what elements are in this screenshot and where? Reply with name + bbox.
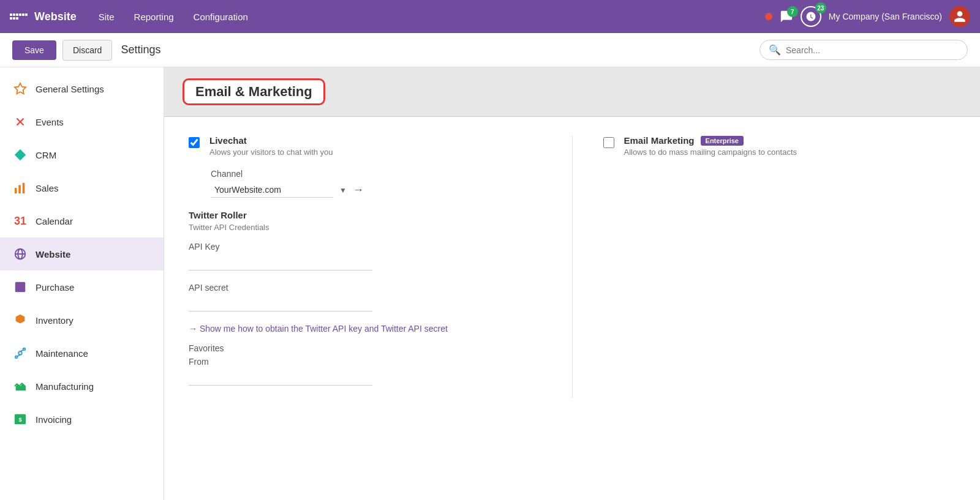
svg-rect-5: [18, 185, 21, 193]
section-title: Email & Marketing: [183, 78, 325, 105]
livechat-title: Livechat: [209, 135, 541, 146]
sidebar-item-calendar[interactable]: 31 Calendar: [0, 204, 164, 237]
livechat-checkbox[interactable]: [189, 137, 200, 148]
calendar-icon: 31: [12, 213, 28, 229]
sidebar-item-crm[interactable]: CRM: [0, 138, 164, 171]
channel-group: Channel YourWebsite.com ▼ →: [211, 169, 541, 198]
svg-rect-6: [23, 183, 25, 193]
company-name[interactable]: My Company (San Francisco): [829, 12, 942, 21]
right-settings-col: Email Marketing Enterprise Allows to do …: [603, 135, 956, 398]
sidebar-label-sales: Sales: [36, 183, 59, 193]
left-settings-col: Livechat Alows your visitors to chat wit…: [189, 135, 541, 398]
sidebar-label-inventory: Inventory: [36, 315, 74, 326]
favorites-group: Favorites From: [189, 343, 541, 386]
api-secret-input[interactable]: [189, 296, 372, 312]
channel-select[interactable]: YourWebsite.com: [211, 182, 333, 198]
content-area: Email & Marketing Livechat Alows your vi…: [164, 67, 980, 500]
general-settings-icon: [12, 81, 28, 97]
api-key-input[interactable]: [189, 255, 372, 271]
sidebar-item-maintenance[interactable]: Maintenance: [0, 337, 164, 370]
crm-icon: [12, 147, 28, 163]
manufacturing-icon: [12, 378, 28, 394]
sidebar-item-purchase[interactable]: Purchase: [0, 271, 164, 304]
sidebar-label-purchase: Purchase: [36, 282, 74, 293]
toolbar: Save Discard Settings 🔍: [0, 33, 980, 67]
sidebar-item-manufacturing[interactable]: Manufacturing: [0, 370, 164, 403]
settings-body: Livechat Alows your visitors to chat wit…: [164, 117, 980, 416]
sidebar-label-calendar: Calendar: [36, 216, 73, 226]
top-menu: Site Reporting Configuration: [91, 8, 765, 26]
svg-marker-0: [15, 83, 26, 94]
sidebar-label-invoicing: Invoicing: [36, 414, 72, 425]
from-label: From: [189, 357, 541, 367]
search-input[interactable]: [786, 45, 959, 55]
sidebar-item-events[interactable]: Events: [0, 105, 164, 138]
dropdown-arrow-icon: ▼: [339, 186, 347, 195]
channel-label: Channel: [211, 169, 541, 179]
menu-site[interactable]: Site: [91, 8, 122, 26]
api-secret-label: API secret: [189, 283, 541, 293]
sidebar-item-sales[interactable]: Sales: [0, 171, 164, 204]
apps-grid-icon[interactable]: [10, 13, 27, 20]
sidebar-item-general-settings[interactable]: General Settings: [0, 72, 164, 105]
livechat-desc: Alows your visitors to chat with you: [209, 147, 541, 157]
column-divider: [572, 135, 573, 398]
menu-reporting[interactable]: Reporting: [127, 8, 181, 26]
twitter-api-link[interactable]: → Show me how to obtain the Twitter API …: [189, 324, 541, 334]
sidebar-item-invoicing[interactable]: $ Invoicing: [0, 403, 164, 436]
status-dot: [765, 13, 772, 20]
sidebar-label-events: Events: [36, 117, 64, 127]
channel-arrow-button[interactable]: →: [353, 184, 364, 196]
livechat-info: Livechat Alows your visitors to chat wit…: [209, 135, 541, 157]
twitter-title: Twitter Roller: [189, 210, 541, 220]
section-header: Email & Marketing: [164, 67, 980, 117]
search-bar: 🔍: [760, 40, 968, 60]
page-title: Settings: [121, 43, 160, 56]
main-layout: General Settings Events CRM Sales 31: [0, 67, 980, 500]
sidebar-item-website[interactable]: Website: [0, 237, 164, 271]
api-key-label: API Key: [189, 242, 541, 252]
email-marketing-title: Email Marketing: [624, 135, 695, 146]
chat-notifications[interactable]: 7: [780, 10, 793, 23]
website-icon: [12, 246, 28, 262]
clock-notifications[interactable]: 23: [801, 6, 821, 27]
top-settings-row: Livechat Alows your visitors to chat wit…: [189, 135, 956, 398]
invoicing-icon: $: [12, 411, 28, 427]
sidebar-label-manufacturing: Manufacturing: [36, 381, 94, 392]
svg-line-15: [17, 355, 20, 356]
sidebar: General Settings Events CRM Sales 31: [0, 67, 164, 500]
enterprise-badge: Enterprise: [701, 136, 744, 146]
email-marketing-header-row: Email Marketing Enterprise: [624, 135, 956, 146]
api-key-group: API Key: [189, 242, 541, 271]
purchase-icon: [12, 279, 28, 295]
sidebar-label-maintenance: Maintenance: [36, 348, 88, 359]
menu-configuration[interactable]: Configuration: [186, 8, 255, 26]
svg-rect-4: [15, 188, 17, 193]
twitter-desc: Twitter API Credentials: [189, 223, 541, 232]
svg-line-14: [20, 350, 23, 351]
favorites-label: Favorites: [189, 343, 541, 353]
top-right-actions: 7 23 My Company (San Francisco): [765, 6, 970, 27]
discard-button[interactable]: Discard: [62, 40, 112, 61]
brand-name[interactable]: Website: [34, 10, 77, 23]
maintenance-icon: [12, 345, 28, 361]
livechat-setting: Livechat Alows your visitors to chat wit…: [189, 135, 541, 157]
email-marketing-desc: Allows to do mass mailing campaigns to c…: [624, 147, 956, 157]
top-navigation: Website Site Reporting Configuration 7 2…: [0, 0, 980, 33]
email-marketing-setting: Email Marketing Enterprise Allows to do …: [603, 135, 956, 157]
user-avatar[interactable]: [949, 6, 970, 27]
channel-row: YourWebsite.com ▼ →: [211, 182, 541, 198]
svg-marker-3: [15, 149, 26, 160]
email-marketing-checkbox[interactable]: [603, 137, 614, 148]
svg-point-13: [15, 356, 18, 359]
inventory-icon: [12, 312, 28, 328]
svg-rect-10: [15, 282, 26, 293]
svg-point-12: [23, 348, 26, 351]
sidebar-label-crm: CRM: [36, 150, 56, 160]
save-button[interactable]: Save: [12, 40, 56, 60]
sidebar-item-inventory[interactable]: Inventory: [0, 304, 164, 337]
api-secret-group: API secret: [189, 283, 541, 312]
from-input[interactable]: [189, 370, 372, 386]
chat-badge-count: 7: [787, 6, 798, 17]
svg-text:$: $: [18, 417, 21, 423]
